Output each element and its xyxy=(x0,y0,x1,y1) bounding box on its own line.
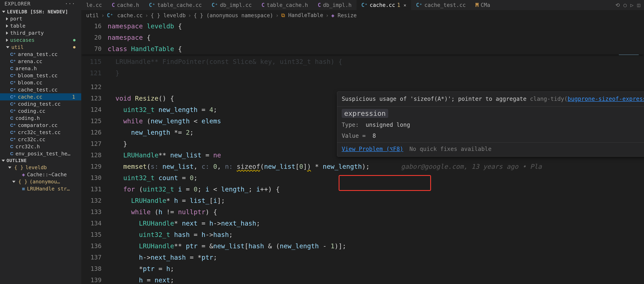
explorer-menu-icon[interactable]: ··· xyxy=(64,1,77,7)
file-icon: C xyxy=(10,144,14,149)
file-icon: C⁺ xyxy=(10,108,16,114)
run-icon[interactable]: ▷ xyxy=(630,2,634,8)
file-icon: C xyxy=(10,66,14,71)
ghost-lines: 115 LRUHandle** FindPointer(const Slice&… xyxy=(81,56,342,79)
code-line-129[interactable]: memset(s: new_list, c: 0, n: sizeof(new_… xyxy=(108,161,644,172)
file-icon: C xyxy=(262,2,265,8)
code-line-133[interactable]: while (h != nullptr) { xyxy=(108,206,644,218)
line-gutter: 1221231241251261271281291301311321331341… xyxy=(81,81,108,284)
outline-item[interactable]: ◈Cache::~Cache xyxy=(0,171,81,178)
file-icon: C xyxy=(112,2,115,8)
file-bloom.cc[interactable]: C⁺bloom.cc xyxy=(0,79,81,86)
file-comparator.cc[interactable]: C⁺comparator.cc xyxy=(0,122,81,129)
sidebar: EXPLORER ··· LEVELDB [SSH: NEWDEV] portt… xyxy=(0,0,81,284)
rule-link[interactable]: bugprone-sizeof-expression xyxy=(568,96,644,102)
split-icon[interactable]: ◫ xyxy=(637,2,640,8)
tab-db_impl.cc[interactable]: C⁺db_impl.cc xyxy=(207,0,257,10)
code-line-135[interactable]: uint32_t hash = h->hash; xyxy=(108,229,644,240)
breadcrumb[interactable]: util›C⁺ cache.cc›{ } leveldb›{ } (anonym… xyxy=(81,10,644,20)
folder-util[interactable]: util xyxy=(0,44,81,51)
file-cache.cc[interactable]: C⁺cache.cc1 xyxy=(0,93,81,100)
file-crc32c_test.cc[interactable]: C⁺crc32c_test.cc xyxy=(0,129,81,136)
code-line-138[interactable]: *ptr = h; xyxy=(108,263,644,275)
project-title[interactable]: LEVELDB [SSH: NEWDEV] xyxy=(0,8,81,15)
git-blame: gabor@google.com, 13 years ago • Pla xyxy=(401,163,542,170)
code-line-139[interactable]: h = next; xyxy=(108,275,644,284)
struct-icon: ≡ xyxy=(22,186,25,192)
breadcrumb-part[interactable]: C⁺ cache.cc xyxy=(107,12,142,18)
namespace-icon: { } xyxy=(18,179,28,185)
namespace-icon: { } xyxy=(194,12,203,18)
breadcrumb-part[interactable]: ◈ Resize xyxy=(331,12,357,18)
file-bloom_test.cc[interactable]: C⁺bloom_test.cc xyxy=(0,72,81,79)
file-arena.cc[interactable]: C⁺arena.cc xyxy=(0,58,81,65)
method-icon: ◈ xyxy=(22,172,25,178)
sticky-scroll[interactable]: 16namespace leveldb {20namespace {70clas… xyxy=(81,20,644,54)
tab-le.cc[interactable]: le.cc xyxy=(81,0,107,10)
outline-item[interactable]: { }(anonymou… xyxy=(0,178,81,185)
file-icon: C⁺ xyxy=(10,59,16,64)
file-arena.h[interactable]: Carena.h xyxy=(0,65,81,72)
file-icon: C⁺ xyxy=(10,101,16,107)
file-env_posix_test_he…[interactable]: Cenv_posix_test_he… xyxy=(0,150,81,157)
chevron-down-icon xyxy=(6,46,9,48)
file-icon: C xyxy=(10,151,14,156)
tab-CMa[interactable]: MCMa xyxy=(470,0,495,10)
view-problem-link[interactable]: View Problem (⌥F8) xyxy=(342,145,403,154)
hover-value: 8 xyxy=(372,132,376,139)
code-line-122[interactable] xyxy=(108,81,644,93)
breadcrumb-part[interactable]: util xyxy=(86,12,99,18)
close-icon[interactable]: ✕ xyxy=(404,3,406,8)
editor-body[interactable]: 16namespace leveldb {20namespace {70clas… xyxy=(81,20,644,284)
file-icon: C⁺ xyxy=(10,80,16,85)
code-line-132[interactable]: LRUHandle* h = list_[i]; xyxy=(108,195,644,206)
breadcrumb-part[interactable]: ⧉ HandleTable xyxy=(281,12,323,18)
tool-name: clang-tidy( xyxy=(530,96,568,102)
code-line-137[interactable]: h->next_hash = *ptr; xyxy=(108,252,644,263)
compare-icon[interactable]: ⟲ xyxy=(615,2,620,8)
file-crc32c.cc[interactable]: C⁺crc32c.cc xyxy=(0,136,81,143)
git-icon[interactable]: ◯ xyxy=(624,2,627,8)
status-dot-icon xyxy=(73,46,76,48)
file-coding.h[interactable]: Ccoding.h xyxy=(0,115,81,122)
status-dot-icon xyxy=(73,39,76,41)
chevron-down-icon xyxy=(8,167,11,169)
outline-item[interactable]: { }leveldb xyxy=(0,164,81,171)
file-icon: C⁺ xyxy=(416,2,422,8)
tab-table_cache.cc[interactable]: C⁺table_cache.cc xyxy=(144,0,207,10)
folder-port[interactable]: port xyxy=(0,15,81,22)
no-fixes-text: No quick fixes available xyxy=(409,145,492,154)
file-crc32c.h[interactable]: Ccrc32c.h xyxy=(0,143,81,150)
file-icon: C⁺ xyxy=(212,2,218,8)
chevron-down-icon xyxy=(12,181,16,183)
file-coding_test.cc[interactable]: C⁺coding_test.cc xyxy=(0,100,81,107)
folder-third_party[interactable]: third_party xyxy=(0,29,81,36)
modified-badge: 1 xyxy=(397,2,400,8)
file-icon: C⁺ xyxy=(10,73,16,78)
breadcrumb-part[interactable]: { } leveldb xyxy=(151,12,186,18)
file-icon: C⁺ xyxy=(10,130,16,135)
breadcrumb-part[interactable]: { } (anonymous namespace) xyxy=(194,12,273,18)
file-coding.cc[interactable]: C⁺coding.cc xyxy=(0,107,81,115)
code-line-134[interactable]: LRUHandle* next = h->next_hash; xyxy=(108,218,644,229)
file-icon: C⁺ xyxy=(149,2,155,8)
editor-tabbar: le.ccCcache.hC⁺table_cache.ccC⁺db_impl.c… xyxy=(81,0,644,10)
chevron-down-icon xyxy=(2,160,5,162)
file-cache_test.cc[interactable]: C⁺cache_test.cc xyxy=(0,86,81,93)
outline-header[interactable]: OUTLINE xyxy=(0,157,81,164)
tab-cache.cc[interactable]: C⁺cache.cc 1✕ xyxy=(356,0,411,10)
chevron-right-icon xyxy=(6,17,8,20)
tab-db_impl.h[interactable]: Cdb_impl.h xyxy=(313,0,356,10)
tab-table_cache.h[interactable]: Ctable_cache.h xyxy=(257,0,313,10)
explorer-title: EXPLORER xyxy=(4,1,30,7)
namespace-icon: { } xyxy=(14,165,23,170)
hover-type-value: unsigned long xyxy=(366,121,410,128)
chevron-right-icon xyxy=(6,31,8,35)
folder-table[interactable]: table xyxy=(0,22,81,29)
tab-cache_test.cc[interactable]: C⁺cache_test.cc xyxy=(411,0,470,10)
file-arena_test.cc[interactable]: C⁺arena_test.cc xyxy=(0,51,81,58)
code-line-136[interactable]: LRUHandle** ptr = &new_list[hash & (new_… xyxy=(108,240,644,252)
tab-cache.h[interactable]: Ccache.h xyxy=(107,0,144,10)
folder-usecases[interactable]: usecases xyxy=(0,36,81,44)
outline-item[interactable]: ≡LRUHandle str… xyxy=(0,185,81,192)
